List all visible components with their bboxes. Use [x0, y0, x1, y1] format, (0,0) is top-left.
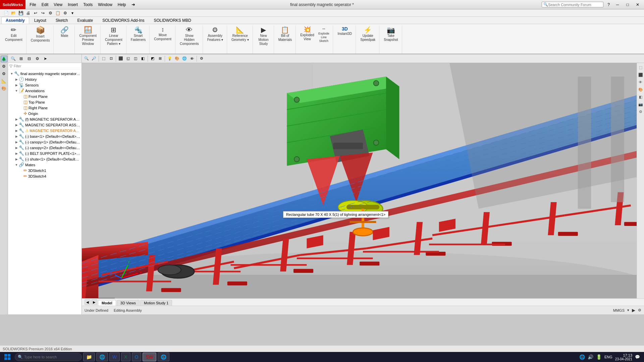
tree-annotations[interactable]: ▼ 📝 Annotations	[8, 88, 82, 94]
right-settings-btn[interactable]: ⚙	[638, 109, 644, 115]
taskbar-outlook[interactable]: O	[132, 353, 142, 361]
language-indicator[interactable]: ENG	[604, 355, 612, 359]
tab-sketch[interactable]: Sketch	[51, 17, 72, 24]
sidebar-arrow-btn[interactable]: ➤	[42, 55, 49, 62]
right-appearances-btn[interactable]: 🎨	[638, 86, 644, 93]
tree-canopy2[interactable]: ▶ 🔧 (-) canopy<2> (Default<<Default>_C..…	[8, 145, 82, 150]
wireframe-btn[interactable]: ◫	[132, 55, 139, 62]
show-hidden-btn[interactable]: 👁 ShowHiddenComponents	[178, 25, 201, 47]
right-display-mode-btn[interactable]: ⬛	[638, 72, 644, 78]
zoom-to-area-btn[interactable]: 🔎	[91, 55, 97, 62]
menu-file[interactable]: File	[27, 0, 39, 9]
tab-model[interactable]: Model	[98, 300, 116, 306]
display-manager-tab[interactable]: 🎨	[1, 85, 7, 92]
scene-btn[interactable]: 🌐	[181, 55, 188, 62]
appearances-btn[interactable]: 🎨	[174, 55, 180, 62]
new-motion-study-btn[interactable]: ▶ NewMotionStudy	[256, 25, 272, 47]
menu-insert[interactable]: Insert	[65, 0, 80, 9]
tree-mag-assembly-warn[interactable]: ▶ 🔧 ⚠ MAGNETIC SEPERATOR ASSEMB...	[8, 128, 82, 133]
tree-3dsketch1[interactable]: ✏ 3DSketch1	[8, 168, 82, 173]
customize-btn[interactable]: ▾	[69, 10, 76, 16]
feature-tree[interactable]: ▼ 🔧 final assembly magnetic seperator (D…	[8, 69, 82, 314]
config-manager-tab[interactable]: ⚙	[1, 70, 7, 77]
right-hide-show-btn[interactable]: 👁	[638, 79, 644, 85]
notifications-icon[interactable]: 💬	[635, 355, 640, 359]
open-file-btn[interactable]: 📂	[10, 10, 17, 16]
tree-f-assembly[interactable]: ▶ 🔧 (f) MAGNETIC SEPERATOR ASSEMBLY...	[8, 116, 82, 122]
shute1-expand[interactable]: ▶	[14, 158, 19, 161]
battery-icon[interactable]: 🔋	[596, 354, 602, 360]
tab-layout[interactable]: Layout	[30, 17, 51, 24]
unit-dropdown-icon[interactable]: ▾	[627, 308, 629, 312]
volume-icon[interactable]: 🔊	[588, 354, 593, 360]
clock[interactable]: 17:13 23-04-2021	[615, 353, 632, 361]
help-icon[interactable]: ?	[606, 2, 611, 7]
normal-to-btn[interactable]: ⊡	[108, 55, 114, 62]
take-snapshot-btn[interactable]: 📷 TakeSnapshot	[382, 25, 399, 43]
tree-mates[interactable]: ▼ 🔗 Mates	[8, 162, 82, 168]
tree-mag-assembly[interactable]: ▶ 🔧 MAGNETIC SEPERATOR ASSEMBLY -...	[8, 122, 82, 128]
tree-3dsketch4[interactable]: ✏ 3DSketch4	[8, 173, 82, 179]
rebuild-icon[interactable]: ▶	[632, 308, 635, 313]
explode-line-btn[interactable]: ╌ ExplodeLineSketch	[317, 25, 331, 44]
search-input[interactable]	[548, 3, 602, 7]
sidebar-expand-btn[interactable]: ⊞	[17, 55, 25, 62]
undo-btn[interactable]: ↩	[32, 10, 39, 16]
tab-nav-right[interactable]: ▶	[91, 299, 97, 305]
base1-expand[interactable]: ▶	[14, 135, 19, 138]
tab-addins[interactable]: SOLIDWORKS Add-Ins	[98, 17, 149, 24]
taskbar-solidworks-active[interactable]: SW	[143, 353, 156, 361]
view-orient-btn[interactable]: ⬛	[117, 55, 124, 62]
assembly-features-btn[interactable]: ⚙ AssemblyFeatures ▾	[206, 25, 225, 43]
display-state-btn[interactable]: 👁	[189, 55, 195, 62]
options-btn[interactable]: ⚙	[62, 10, 68, 16]
property-manager-tab[interactable]: ⚙	[1, 63, 7, 70]
start-button[interactable]	[1, 353, 13, 361]
bill-materials-btn[interactable]: 📋 Bill ofMaterials	[277, 25, 294, 43]
maximize-button[interactable]: □	[624, 2, 631, 8]
right-section-view-btn[interactable]: ◧	[638, 94, 644, 100]
tree-sensors[interactable]: ▶ 📡 Sensors	[8, 82, 82, 88]
edit-component-btn[interactable]: ✏ EditComponent	[3, 25, 24, 43]
canopy1-expand[interactable]: ▶	[14, 140, 19, 144]
sensors-expand[interactable]: ▶	[14, 83, 19, 87]
move-component-btn[interactable]: ↕ MoveComponent	[152, 25, 173, 42]
sidebar-search-btn[interactable]: 🔍	[9, 55, 17, 62]
hidden-lines-btn[interactable]: ◱	[125, 55, 131, 62]
rebuild-btn[interactable]: ⚙	[47, 10, 54, 16]
right-view-orient-btn[interactable]: ⬚	[638, 64, 644, 70]
search-box[interactable]: 🔍	[542, 2, 603, 7]
right-camera-btn[interactable]: 📷	[638, 101, 644, 107]
taskbar-search-box[interactable]: 🔍	[15, 353, 82, 361]
close-button[interactable]: ✕	[634, 2, 641, 8]
3d-viewport[interactable]: X Y Z	[82, 63, 644, 298]
mag-assembly-expand[interactable]: ▶	[14, 123, 19, 127]
help-arrow[interactable]: ➜	[131, 2, 135, 7]
insert-components-btn[interactable]: 📦 InsertComponents	[29, 25, 52, 44]
lights-btn[interactable]: 💡	[166, 55, 173, 62]
file-props-btn[interactable]: 📋	[54, 10, 61, 16]
annotations-expand[interactable]: ▼	[14, 89, 19, 93]
menu-tools[interactable]: Tools	[80, 0, 95, 9]
minimize-button[interactable]: ─	[614, 2, 621, 8]
linear-component-btn[interactable]: ⊞ LinearComponentPattern ▾	[103, 25, 124, 47]
tab-motion-study-1[interactable]: Motion Study 1	[140, 300, 172, 306]
mate-btn[interactable]: 🔗 Mate	[56, 25, 72, 39]
sidebar-settings-btn[interactable]: ⚙	[34, 55, 41, 62]
section-view-btn[interactable]: ◩	[149, 55, 156, 62]
belt-support-expand[interactable]: ▶	[14, 152, 19, 155]
tab-evaluate[interactable]: Evaluate	[73, 17, 97, 24]
menu-window[interactable]: Window	[95, 0, 115, 9]
tab-nav-left[interactable]: ◀	[85, 299, 91, 305]
tree-right-plane[interactable]: ◫ Right Plane	[8, 105, 82, 111]
tree-canopy1[interactable]: ▶ 🔧 (-) canopy<1> (Default<<Default>_C..…	[8, 139, 82, 145]
shaded-btn[interactable]: ◧	[140, 55, 146, 62]
root-expand-icon[interactable]: ▼	[9, 72, 14, 75]
tab-mbd[interactable]: SOLIDWORKS MBD	[150, 17, 196, 24]
canopy2-expand[interactable]: ▶	[14, 146, 19, 149]
network-icon[interactable]: 🌐	[579, 354, 585, 360]
menu-view[interactable]: View	[51, 0, 65, 9]
dim-xpert-tab[interactable]: 📐	[1, 78, 7, 84]
taskbar-word[interactable]: W	[109, 353, 120, 361]
tree-front-plane[interactable]: ◫ Front Plane	[8, 94, 82, 99]
